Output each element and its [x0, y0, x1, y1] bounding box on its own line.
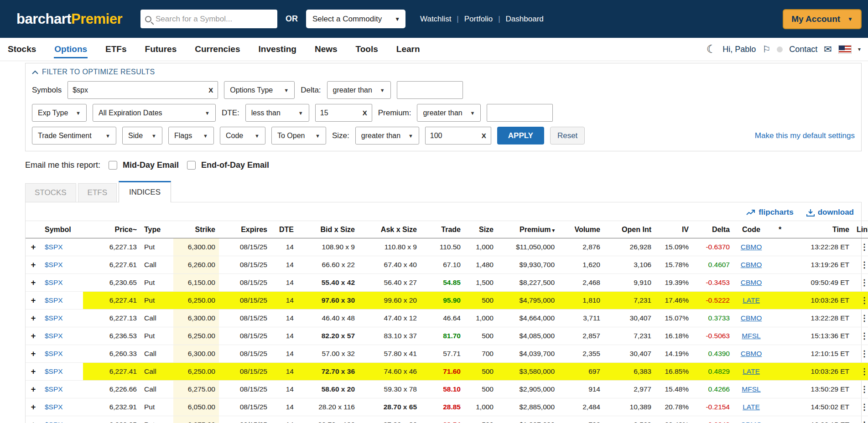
symbol-link[interactable]: $SPX: [45, 385, 63, 393]
row-menu-icon[interactable]: ⋮: [860, 314, 868, 323]
endofday-email-checkbox[interactable]: [187, 161, 196, 170]
column-header-code[interactable]: Code: [733, 221, 769, 238]
expand-row-icon[interactable]: +: [31, 278, 36, 287]
delta-operator-select[interactable]: greater than▼: [327, 81, 391, 99]
symbols-input[interactable]: [73, 86, 205, 94]
symbol-link[interactable]: $SPX: [45, 350, 63, 357]
column-header-dte[interactable]: DTE: [271, 221, 297, 238]
language-chevron-icon[interactable]: ▾: [858, 46, 861, 52]
column-header-size[interactable]: Size: [464, 221, 497, 238]
row-menu-icon[interactable]: ⋮: [860, 402, 868, 412]
expand-row-icon[interactable]: +: [31, 296, 36, 305]
row-menu-icon[interactable]: ⋮: [860, 242, 868, 252]
symbol-link[interactable]: $SPX: [45, 421, 63, 423]
midday-email-checkbox[interactable]: [109, 161, 117, 170]
expand-row-icon[interactable]: +: [31, 367, 36, 376]
symbol-link[interactable]: $SPX: [45, 367, 63, 375]
row-menu-icon[interactable]: ⋮: [860, 331, 868, 340]
nav-item-currencies[interactable]: Currencies: [194, 41, 240, 58]
nav-item-etfs[interactable]: ETFs: [105, 41, 127, 58]
expand-row-icon[interactable]: +: [31, 385, 36, 394]
column-header-star[interactable]: *: [769, 221, 791, 238]
my-account-button[interactable]: My Account ▼: [783, 9, 862, 29]
row-menu-icon[interactable]: ⋮: [860, 367, 868, 376]
code-link[interactable]: CBMO: [741, 421, 762, 423]
filter-collapse-toggle[interactable]: FILTER TO OPTIMIZE RESULTS: [32, 68, 155, 76]
column-header-strike[interactable]: Strike: [173, 221, 219, 238]
expand-row-icon[interactable]: +: [31, 402, 36, 412]
code-link[interactable]: CBMO: [741, 243, 762, 251]
us-flag-icon[interactable]: [838, 45, 852, 54]
symbol-link[interactable]: $SPX: [45, 332, 63, 340]
nav-item-options[interactable]: Options: [54, 41, 88, 58]
greeting-link[interactable]: Hi, Pablo: [722, 45, 756, 54]
barchart-logo[interactable]: barchartPremier: [16, 11, 122, 27]
row-menu-icon[interactable]: ⋮: [860, 349, 868, 358]
row-menu-icon[interactable]: ⋮: [860, 385, 868, 394]
column-header-delta[interactable]: Delta: [692, 221, 733, 238]
to-open-select[interactable]: To Open▼: [271, 127, 326, 144]
row-menu-icon[interactable]: ⋮: [860, 278, 868, 287]
expand-row-icon[interactable]: +: [31, 420, 36, 423]
column-header-bid-size[interactable]: Bid x Size: [297, 221, 359, 238]
download-button[interactable]: download: [806, 208, 854, 217]
nav-item-futures[interactable]: Futures: [145, 41, 177, 58]
dark-mode-icon[interactable]: ☾: [707, 44, 717, 55]
side-select[interactable]: Side▼: [122, 127, 162, 144]
column-header-ask-size[interactable]: Ask x Size: [359, 221, 421, 238]
premium-operator-select[interactable]: greater than▼: [417, 104, 481, 122]
row-menu-icon[interactable]: ⋮: [860, 260, 868, 269]
column-header-iv[interactable]: IV: [655, 221, 692, 238]
envelope-icon[interactable]: ✉: [824, 44, 832, 55]
symbol-link[interactable]: $SPX: [45, 314, 63, 322]
code-link[interactable]: MFSL: [742, 385, 760, 393]
size-value-input[interactable]: [430, 132, 478, 140]
code-link[interactable]: CBMO: [741, 350, 762, 357]
column-header-volume[interactable]: Volume: [558, 221, 604, 238]
column-header-symbol[interactable]: Symbol: [41, 221, 83, 238]
search-input[interactable]: [156, 15, 273, 24]
column-header-open-int[interactable]: Open Int: [604, 221, 655, 238]
options-type-select[interactable]: Options Type▼: [224, 81, 295, 99]
delta-value-input[interactable]: [402, 86, 458, 94]
nav-item-learn[interactable]: Learn: [396, 41, 421, 58]
premium-value-input[interactable]: [492, 109, 548, 117]
expand-row-icon[interactable]: +: [31, 260, 36, 269]
tab-stocks[interactable]: STOCKS: [25, 183, 76, 202]
column-header-premium[interactable]: Premium▾: [497, 221, 558, 238]
symbol-link[interactable]: $SPX: [45, 261, 63, 268]
expand-row-icon[interactable]: +: [31, 314, 36, 323]
symbol-link[interactable]: $SPX: [45, 403, 63, 411]
flags-select[interactable]: Flags▼: [168, 127, 214, 144]
reset-button[interactable]: Reset: [550, 127, 585, 144]
code-link[interactable]: CBMO: [741, 314, 762, 322]
clear-dte-icon[interactable]: X: [363, 109, 367, 117]
nav-item-investing[interactable]: Investing: [258, 41, 297, 58]
expand-row-icon[interactable]: +: [31, 242, 36, 252]
contact-link[interactable]: Contact: [789, 45, 817, 54]
apply-button[interactable]: APPLY: [497, 127, 544, 144]
tab-etfs[interactable]: ETFS: [78, 183, 117, 202]
trade-sentiment-select[interactable]: Trade Sentiment▼: [32, 127, 116, 144]
expand-row-icon[interactable]: +: [31, 331, 36, 340]
row-menu-icon[interactable]: ⋮: [860, 296, 868, 305]
symbol-link[interactable]: $SPX: [45, 279, 63, 286]
expiration-dates-select[interactable]: All Expiration Dates▼: [93, 104, 216, 122]
dte-value-input[interactable]: [320, 109, 359, 117]
nav-item-news[interactable]: News: [314, 41, 338, 58]
dashboard-link[interactable]: Dashboard: [506, 15, 544, 24]
dte-operator-select[interactable]: less than▼: [245, 104, 309, 122]
column-header-time[interactable]: Time: [791, 221, 853, 238]
nav-item-stocks[interactable]: Stocks: [7, 41, 36, 58]
tab-indices[interactable]: INDICES: [119, 181, 171, 202]
commodity-select[interactable]: Select a Commodity ▼: [306, 10, 405, 28]
portfolio-link[interactable]: Portfolio: [464, 15, 493, 24]
code-link[interactable]: MFSL: [742, 332, 760, 340]
clear-size-icon[interactable]: X: [482, 132, 486, 139]
code-link[interactable]: LATE: [743, 367, 760, 375]
code-link[interactable]: CBMO: [741, 261, 762, 268]
code-link[interactable]: LATE: [743, 296, 760, 304]
expand-row-icon[interactable]: +: [31, 349, 36, 358]
feedback-flag-icon[interactable]: ⚐: [762, 44, 770, 55]
code-link[interactable]: LATE: [743, 403, 760, 411]
